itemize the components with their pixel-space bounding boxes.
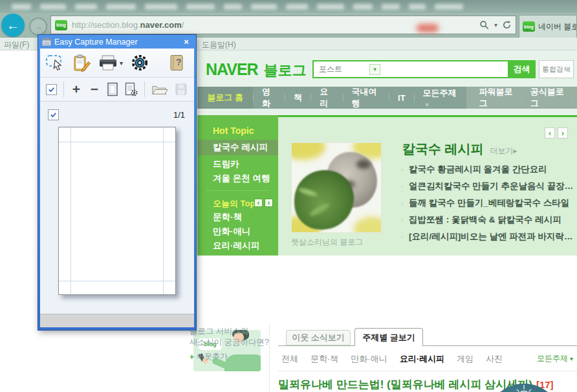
capture-page-toolbar: + − — [40, 78, 194, 102]
hot-post-link[interactable]: ·들깨 칼국수 만들기_베테랑칼국수 스타일 — [401, 195, 572, 211]
category-photo[interactable]: 사진 — [486, 353, 503, 365]
naver-blog-logo[interactable]: NAVER 블로그 — [206, 60, 307, 80]
url-text[interactable]: http://section.blog.naver.com/ — [72, 20, 184, 30]
today-top-item[interactable]: 문학·책 — [197, 210, 278, 225]
chevron-right-icon: › — [561, 129, 564, 138]
search-dropdown-caret-icon[interactable]: ▾ — [494, 21, 497, 28]
blog-navbar: 블로그 홈 영화 책 요리 국내여행 IT 모든주제 ˅ 파워블로그 공식블로그 — [197, 87, 577, 109]
page-checkbox[interactable] — [48, 109, 59, 120]
nav-item-book[interactable]: 책 — [285, 92, 310, 103]
panel-next-button[interactable]: › — [558, 127, 568, 138]
category-literature[interactable]: 문학·책 — [310, 353, 338, 365]
hot-topic-item[interactable]: 드림카 — [197, 157, 278, 172]
chevron-left-icon: ‹ — [257, 199, 259, 206]
print-button[interactable]: ▾ — [98, 54, 123, 71]
save-button-disabled[interactable] — [175, 83, 188, 96]
zoom-in-button[interactable]: + — [71, 82, 82, 97]
forward-arrow-icon: → — [34, 21, 43, 32]
tab-neighbor-news[interactable]: 이웃 소식보기 — [286, 330, 351, 345]
add-neighbor-link[interactable]: + 이웃추가 — [190, 351, 228, 362]
hot-topic-item-selected[interactable]: 칼국수 레시피 — [197, 140, 278, 155]
category-comics[interactable]: 만화·애니 — [351, 353, 387, 365]
blog-favicon-label: blog — [524, 25, 534, 29]
search-scope-label: 포스트 — [319, 64, 342, 75]
total-search-button[interactable]: 통합검색 — [539, 60, 574, 78]
browser-top-menu — [0, 0, 577, 13]
search-icon[interactable] — [479, 20, 490, 30]
captured-page-preview[interactable] — [58, 127, 176, 295]
today-top-item[interactable]: 만화·애니 — [197, 224, 278, 239]
column-divider — [269, 323, 270, 392]
help-button[interactable]: ? — [169, 54, 184, 71]
page-view-button[interactable] — [107, 82, 118, 97]
featured-topic-title: 칼국수 레시피 더보기▸ — [402, 140, 517, 158]
printer-icon — [98, 54, 118, 71]
clipboard-edit-icon — [72, 54, 91, 72]
menu-file[interactable]: 파일(F) — [4, 39, 29, 50]
nav-item-cook[interactable]: 요리 — [311, 86, 342, 109]
hot-post-link[interactable]: ·집밥쪼쌤 : 옻닭백숙 & 닭칼국수 레시피 — [401, 212, 572, 228]
minus-icon: − — [91, 82, 98, 97]
menu-item-blurred — [317, 4, 344, 10]
close-button[interactable]: × — [180, 37, 192, 47]
capture-window-body: ▾ ? — [40, 49, 194, 327]
hot-post-link[interactable]: ·칼국수 황금레시피 올겨울 간단요리 — [401, 161, 572, 177]
nav-item-all-topics[interactable]: 모든주제 ˅ — [415, 87, 467, 109]
category-filter-row: 전체 문학·책 만화·애니 요리·레시피 게임 사진 — [281, 353, 503, 365]
hot-topic-item[interactable]: 겨울 온천 여행 — [197, 171, 278, 186]
tab-by-topic[interactable]: 주제별 글보기 — [354, 328, 423, 346]
chevron-left-icon: ‹ — [549, 129, 551, 138]
open-folder-button[interactable] — [151, 83, 168, 96]
today-top-heading: 오늘의 Top — [213, 198, 255, 210]
more-arrow-icon: ▸ — [514, 146, 517, 155]
hot-post-link[interactable]: ·[요리/레시피]비오는 날엔 파전과 바지락… — [401, 228, 572, 245]
all-topics-dropdown[interactable]: 모든주제▾ — [537, 353, 573, 364]
food-photo[interactable] — [291, 142, 382, 233]
window-title: Easy Capture Manager — [54, 38, 138, 47]
refresh-icon[interactable] — [502, 20, 512, 30]
blog-search-input[interactable]: 포스트 ▾ — [312, 60, 512, 78]
today-top-item[interactable]: 요리·레시피 — [197, 238, 278, 254]
promo-text-line1: 블로그 서비스의 — [190, 326, 248, 337]
capture-title-bar[interactable]: Easy Capture Manager × — [40, 35, 194, 49]
menu-help[interactable]: 도움말(H) — [202, 39, 236, 50]
nav-item-movie[interactable]: 영화 — [254, 86, 285, 109]
select-all-checkbox[interactable] — [46, 84, 57, 95]
category-all[interactable]: 전체 — [281, 353, 298, 365]
browser-forward-button[interactable]: → — [29, 17, 47, 36]
toolbar-separator — [63, 82, 64, 97]
search-scope-dropdown[interactable]: ▾ — [369, 64, 380, 75]
nav-blog-home[interactable]: 블로그 홈 — [197, 87, 253, 109]
back-arrow-icon: ← — [6, 18, 19, 33]
caret-down-icon: ▾ — [570, 355, 573, 362]
address-bar[interactable]: blog http://section.blog.naver.com/ ▾ — [50, 16, 516, 34]
today-prev-button[interactable]: ‹ — [254, 199, 263, 207]
photo-greens — [294, 170, 354, 230]
category-cooking-selected[interactable]: 요리·레시피 — [400, 353, 444, 365]
page-setup-button[interactable] — [125, 82, 138, 97]
nav-item-power-blog[interactable]: 파워블로그 — [470, 86, 521, 109]
hot-topic-band: Hot Topic 칼국수 레시피 드림카 겨울 온천 여행 오늘의 Top ‹… — [197, 115, 577, 256]
nav-item-official-blog[interactable]: 공식블로그 — [522, 86, 572, 109]
nav-item-it[interactable]: IT — [389, 93, 414, 103]
browser-tab-naver-blog[interactable]: blog 네이버 블로그 — [519, 15, 577, 38]
photo-caption[interactable]: 햇살소리님의 블로그 — [291, 237, 363, 248]
search-button[interactable]: 검색 — [508, 60, 536, 78]
more-link[interactable]: 더보기▸ — [490, 146, 517, 157]
hot-post-link[interactable]: ·얼큰김치칼국수 만들기 추운날음식 끝장… — [401, 178, 572, 194]
edit-capture-button[interactable] — [72, 54, 91, 72]
nav-item-travel[interactable]: 국내여행 — [343, 86, 389, 109]
settings-button[interactable] — [131, 54, 149, 72]
category-game[interactable]: 게임 — [457, 353, 474, 365]
today-next-button[interactable]: › — [265, 199, 273, 207]
zoom-out-button[interactable]: − — [89, 82, 100, 97]
panel-prev-button[interactable]: ‹ — [545, 127, 555, 138]
photo-detail — [291, 142, 325, 160]
bullet-icon: · — [401, 182, 404, 191]
capture-selection-button[interactable] — [45, 54, 65, 72]
page-icon — [107, 82, 118, 97]
browser-back-button[interactable]: ← — [1, 14, 25, 37]
bullet-icon: · — [401, 199, 404, 208]
featured-title-text[interactable]: 칼국수 레시피 — [402, 140, 484, 158]
header-gap — [197, 109, 577, 115]
